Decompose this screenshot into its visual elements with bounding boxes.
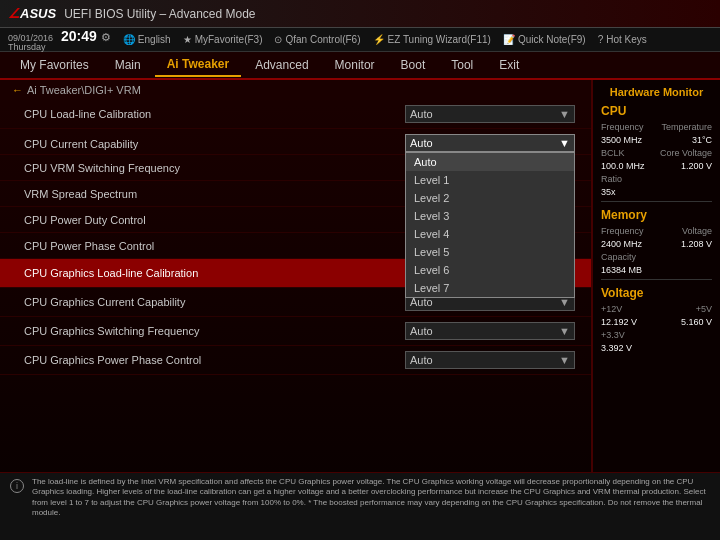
v33-value-row: 3.392 V: [601, 343, 712, 353]
settings-list: CPU Load-line Calibration Auto ▼ CPU Cur…: [0, 100, 591, 375]
dropdown-graphics-switching[interactable]: Auto ▼: [405, 322, 575, 340]
dropdown-option-level6[interactable]: Level 6: [406, 261, 574, 279]
voltage-section-title: Voltage: [601, 286, 712, 300]
favorite-icon: ★: [183, 34, 192, 45]
dropdown-arrow-graphics-phasectl-icon: ▼: [559, 354, 570, 366]
back-arrow-icon[interactable]: ←: [12, 84, 23, 96]
cpu-temperature-label: Temperature: [661, 122, 712, 132]
setting-label-power-duty: CPU Power Duty Control: [24, 214, 405, 226]
info-circle-icon: i: [10, 479, 24, 493]
nav-advanced[interactable]: Advanced: [243, 54, 320, 76]
memory-capacity-row: Capacity: [601, 252, 712, 262]
memory-voltage-value: 1.208 V: [681, 239, 712, 249]
language-selector[interactable]: 🌐 English: [123, 34, 171, 45]
setting-row-cpu-loadline[interactable]: CPU Load-line Calibration Auto ▼: [0, 100, 591, 129]
setting-row-cpu-current[interactable]: CPU Current Capability Auto ▼ Auto Level…: [0, 129, 591, 155]
dropdown-option-auto[interactable]: Auto: [406, 153, 574, 171]
globe-icon: 🌐: [123, 34, 135, 45]
dropdown-open-value: Auto: [410, 137, 433, 149]
cpu-ratio-label: Ratio: [601, 174, 622, 184]
myfavorite-button[interactable]: ★ MyFavorite(F3): [183, 34, 263, 45]
setting-label-cpu-loadline: CPU Load-line Calibration: [24, 108, 405, 120]
ez-icon: ⚡: [373, 34, 385, 45]
dropdown-option-level3[interactable]: Level 3: [406, 207, 574, 225]
cpu-section-title: CPU: [601, 104, 712, 118]
memory-frequency-label: Frequency: [601, 226, 644, 236]
nav-boot[interactable]: Boot: [389, 54, 438, 76]
v12-v5-value-row: 12.192 V 5.160 V: [601, 317, 712, 327]
memory-freq-value-row: 2400 MHz 1.208 V: [601, 239, 712, 249]
setting-control-cpu-current[interactable]: Auto ▼ Auto Level 1 Level 2 Level 3 Leve…: [405, 134, 575, 152]
setting-row-graphics-phasectl[interactable]: CPU Graphics Power Phase Control Auto ▼: [0, 346, 591, 375]
cpu-bclk-label: BCLK: [601, 148, 625, 158]
memory-section-title: Memory: [601, 208, 712, 222]
dropdown-graphics-phasectl[interactable]: Auto ▼: [405, 351, 575, 369]
setting-control-graphics-switching[interactable]: Auto ▼: [405, 322, 575, 340]
cpu-ratio-row: Ratio: [601, 174, 712, 184]
v5-label: +5V: [696, 304, 712, 314]
cpu-bclk-row: BCLK Core Voltage: [601, 148, 712, 158]
breadcrumb: ← Ai Tweaker\DIGI+ VRM: [0, 80, 591, 100]
cpu-core-voltage-value: 1.200 V: [681, 161, 712, 171]
setting-label-graphics-phasectl: CPU Graphics Power Phase Control: [24, 354, 405, 366]
dropdown-cpu-current-trigger[interactable]: Auto ▼: [405, 134, 575, 152]
info-bar: 09/01/2016 Thursday 20:49 ⚙ 🌐 English ★ …: [0, 28, 720, 52]
bios-title: UEFI BIOS Utility – Advanced Mode: [64, 7, 255, 21]
nav-ai-tweaker[interactable]: Ai Tweaker: [155, 53, 241, 77]
ez-tuning-button[interactable]: ⚡ EZ Tuning Wizard(F11): [373, 34, 491, 45]
nav-main[interactable]: Main: [103, 54, 153, 76]
cpu-frequency-value-row: 3500 MHz 31°C: [601, 135, 712, 145]
nav-my-favorites[interactable]: My Favorites: [8, 54, 101, 76]
dropdown-option-level7[interactable]: Level 7: [406, 279, 574, 297]
breadcrumb-path: Ai Tweaker\DIGI+ VRM: [27, 84, 141, 96]
dropdown-value-graphics-phasectl: Auto: [410, 354, 433, 366]
setting-label-graphics-current: CPU Graphics Current Capability: [24, 296, 405, 308]
cpu-ratio-value: 35x: [601, 187, 616, 197]
nav-exit[interactable]: Exit: [487, 54, 531, 76]
setting-label-vrm-switching: CPU VRM Switching Frequency: [24, 162, 405, 174]
setting-row-graphics-switching[interactable]: CPU Graphics Switching Frequency Auto ▼: [0, 317, 591, 346]
bottom-info-bar: i The load-line is defined by the Intel …: [0, 472, 720, 540]
dropdown-option-level5[interactable]: Level 5: [406, 243, 574, 261]
dropdown-arrow-graphics-switching-icon: ▼: [559, 325, 570, 337]
setting-label-power-phase: CPU Power Phase Control: [24, 240, 405, 252]
memory-capacity-label: Capacity: [601, 252, 636, 262]
dropdown-option-level4[interactable]: Level 4: [406, 225, 574, 243]
memory-voltage-label: Voltage: [682, 226, 712, 236]
dropdown-menu-cpu-current: Auto Level 1 Level 2 Level 3 Level 4 Lev…: [405, 152, 575, 298]
setting-label-spread-spectrum: VRM Spread Spectrum: [24, 188, 405, 200]
top-bar: ∠ASUS UEFI BIOS Utility – Advanced Mode: [0, 0, 720, 28]
qfan-button[interactable]: ⊙ Qfan Control(F6): [274, 34, 360, 45]
memory-voltage-divider: [601, 279, 712, 280]
v12-v5-label-row: +12V +5V: [601, 304, 712, 314]
note-icon: 📝: [503, 34, 515, 45]
setting-label-graphics-loadline: CPU Graphics Load-line Calibration: [24, 267, 405, 279]
setting-label-cpu-current: CPU Current Capability: [24, 138, 405, 150]
v33-value: 3.392 V: [601, 343, 632, 353]
setting-control-cpu-loadline[interactable]: Auto ▼: [405, 105, 575, 123]
left-panel: ← Ai Tweaker\DIGI+ VRM CPU Load-line Cal…: [0, 80, 592, 472]
dropdown-option-level1[interactable]: Level 1: [406, 171, 574, 189]
setting-control-graphics-phasectl[interactable]: Auto ▼: [405, 351, 575, 369]
v12-label: +12V: [601, 304, 622, 314]
nav-monitor[interactable]: Monitor: [323, 54, 387, 76]
quick-note-button[interactable]: 📝 Quick Note(F9): [503, 34, 586, 45]
hardware-monitor-title: Hardware Monitor: [601, 86, 712, 98]
hardware-monitor-panel: Hardware Monitor CPU Frequency Temperatu…: [592, 80, 720, 472]
hot-keys-button[interactable]: ? Hot Keys: [598, 34, 647, 45]
dropdown-cpu-loadline[interactable]: Auto ▼: [405, 105, 575, 123]
nav-tool[interactable]: Tool: [439, 54, 485, 76]
memory-frequency-value: 2400 MHz: [601, 239, 642, 249]
cpu-frequency-label: Frequency: [601, 122, 644, 132]
dropdown-option-level2[interactable]: Level 2: [406, 189, 574, 207]
day-display: Thursday: [8, 43, 53, 52]
dropdown-arrow-icon: ▼: [559, 108, 570, 120]
fan-icon: ⊙: [274, 34, 282, 45]
nav-bar: My Favorites Main Ai Tweaker Advanced Mo…: [0, 52, 720, 80]
cpu-bclk-value: 100.0 MHz: [601, 161, 645, 171]
v33-label: +3.3V: [601, 330, 625, 340]
settings-gear-icon[interactable]: ⚙: [101, 31, 111, 44]
cpu-temperature-value: 31°C: [692, 135, 712, 145]
memory-capacity-value-row: 16384 MB: [601, 265, 712, 275]
hotkeys-icon: ?: [598, 34, 604, 45]
